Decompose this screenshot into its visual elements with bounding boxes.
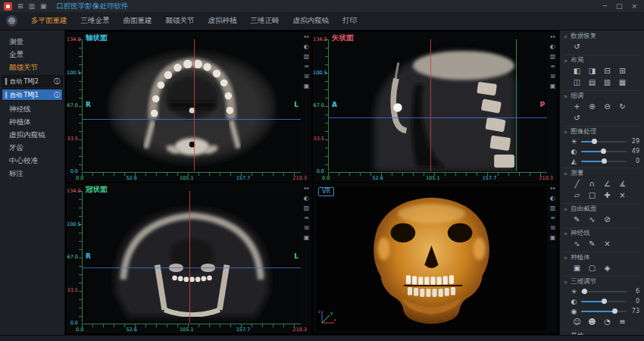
save-icon[interactable]: ▣ bbox=[40, 0, 47, 12]
nerve-delete-icon[interactable]: × bbox=[602, 239, 613, 249]
section-header[interactable]: » 布局 bbox=[564, 56, 641, 65]
preset-list-icon[interactable]: ≡ bbox=[617, 317, 628, 327]
section-header[interactable]: » 测量 bbox=[564, 169, 641, 178]
user-avatar[interactable]: ☻ bbox=[6, 15, 17, 27]
sidebar-item[interactable]: 颞颌关节 bbox=[0, 61, 64, 74]
crosshair-horizontal[interactable] bbox=[82, 119, 301, 120]
angle-measure-icon[interactable]: ∠ bbox=[602, 179, 613, 189]
layers-icon[interactable]: ≡ bbox=[549, 214, 557, 221]
expand-icon[interactable]: ↔ bbox=[549, 185, 557, 192]
3d-contrast-slider[interactable] bbox=[581, 301, 627, 302]
layout-grid-icon[interactable]: ⊞ bbox=[617, 66, 628, 76]
close-button[interactable]: × bbox=[631, 2, 637, 10]
preset-soft-tissue-icon[interactable]: ☺ bbox=[571, 317, 583, 327]
crosshair-coronal[interactable] bbox=[516, 39, 517, 171]
module-tab[interactable]: 三维全景 bbox=[81, 16, 110, 26]
module-tab[interactable]: 三维正畸 bbox=[251, 16, 280, 26]
sidebar-item[interactable]: 神经线 bbox=[0, 102, 64, 115]
module-tab[interactable]: 虚拟种植 bbox=[208, 16, 237, 26]
crosshair-vertical[interactable] bbox=[189, 191, 190, 323]
implant-add-icon[interactable]: ▣ bbox=[571, 263, 583, 273]
curve-section-icon[interactable]: ∿ bbox=[586, 214, 598, 224]
section-header[interactable]: » 其他 bbox=[564, 331, 641, 335]
preset-bone-icon[interactable]: ☻ bbox=[586, 317, 598, 327]
grid-icon[interactable]: ⊞ bbox=[549, 224, 557, 231]
rotate-ccw-icon[interactable]: ↺ bbox=[571, 113, 583, 123]
minimize-button[interactable]: ─ bbox=[603, 2, 607, 10]
3d-brightness-slider[interactable] bbox=[581, 291, 627, 293]
grid-icon[interactable]: ⊞ bbox=[302, 73, 311, 80]
rotate-cw-icon[interactable]: ↻ bbox=[617, 102, 628, 111]
sidebar-item[interactable]: 全景 bbox=[0, 48, 64, 61]
expand-icon[interactable]: ↔ bbox=[302, 185, 311, 192]
histogram-icon[interactable]: ▥ bbox=[549, 205, 557, 211]
layout-split-left-icon[interactable]: ◧ bbox=[571, 66, 583, 76]
info-icon[interactable]: ⓘ bbox=[54, 77, 60, 86]
grid-icon[interactable]: ⊞ bbox=[17, 0, 23, 12]
layout-mosaic-icon[interactable]: ▦ bbox=[617, 77, 628, 87]
layers-icon[interactable]: ≡ bbox=[302, 63, 311, 70]
brightness-slider[interactable] bbox=[581, 141, 627, 142]
sagittal-view[interactable]: 134.0100.567.033.50.0 0.052.6105.1157.72… bbox=[313, 32, 558, 182]
layout-rows-icon[interactable]: ⊟ bbox=[602, 66, 613, 76]
zoom-out-icon[interactable]: ⊖ bbox=[602, 102, 613, 111]
zoom-in-icon[interactable]: ⊕ bbox=[586, 102, 598, 111]
sidebar-item[interactable]: 标注 bbox=[0, 167, 64, 180]
3d-opacity-slider[interactable] bbox=[581, 311, 627, 312]
nerve-draw-icon[interactable]: ∿ bbox=[571, 239, 583, 249]
section-header[interactable]: » 三维调节 bbox=[564, 277, 641, 286]
coronal-view[interactable]: 134.0100.567.033.50.0 0.052.6105.1157.72… bbox=[67, 183, 311, 333]
clear-section-icon[interactable]: ⊘ bbox=[602, 214, 613, 224]
line-measure-icon[interactable]: ╱ bbox=[571, 179, 583, 189]
histogram-icon[interactable]: ▥ bbox=[302, 53, 311, 60]
area-measure-icon[interactable]: ▱ bbox=[571, 190, 583, 200]
crosshair-horizontal[interactable] bbox=[82, 267, 301, 268]
crosshair-vertical[interactable] bbox=[430, 39, 431, 171]
layers-icon[interactable]: ≡ bbox=[549, 63, 557, 70]
restore-icon[interactable]: ↺ bbox=[571, 42, 583, 52]
volume-render-view[interactable]: VR x z y ↔◐▥≡⊞▣ bbox=[313, 183, 558, 333]
grid-icon[interactable]: ⊞ bbox=[549, 73, 557, 80]
angle2-measure-icon[interactable]: ∡ bbox=[617, 179, 628, 189]
section-header[interactable]: » 图像处理 bbox=[564, 127, 641, 136]
capture-icon[interactable]: ▣ bbox=[302, 83, 311, 89]
contrast-icon[interactable]: ◐ bbox=[549, 195, 557, 202]
preset-mip-icon[interactable]: ◔ bbox=[602, 317, 613, 327]
vr-mode-badge[interactable]: VR bbox=[318, 187, 334, 196]
contrast-icon[interactable]: ◐ bbox=[302, 195, 311, 202]
pan-icon[interactable]: + bbox=[571, 102, 583, 111]
module-tab[interactable]: 多平面重建 bbox=[31, 16, 67, 26]
maximize-button[interactable]: □ bbox=[616, 2, 623, 10]
module-tab[interactable]: 颞颌关节 bbox=[166, 16, 195, 26]
sidebar-item[interactable]: 种植体 bbox=[0, 115, 64, 128]
layout-stack-icon[interactable]: ▤ bbox=[586, 77, 598, 87]
sidebar-item[interactable]: 虚拟内窥镜 bbox=[0, 128, 64, 141]
capture-icon[interactable]: ▣ bbox=[549, 83, 557, 89]
capture-icon[interactable]: ▣ bbox=[549, 234, 557, 241]
crosshair-horizontal[interactable] bbox=[328, 117, 547, 118]
chart-icon[interactable]: ▥ bbox=[29, 0, 36, 12]
contrast-slider[interactable] bbox=[581, 151, 627, 152]
histogram-icon[interactable]: ▥ bbox=[302, 205, 311, 211]
sidebar-item[interactable]: 测量 bbox=[0, 35, 64, 48]
module-tab[interactable]: 虚拟内窥镜 bbox=[293, 16, 330, 26]
contrast-icon[interactable]: ◐ bbox=[302, 43, 311, 50]
layout-columns-icon[interactable]: ◫ bbox=[571, 77, 583, 87]
histogram-icon[interactable]: ▥ bbox=[549, 53, 557, 60]
nerve-edit-icon[interactable]: ✎ bbox=[586, 239, 598, 249]
info-icon[interactable]: ⓘ bbox=[54, 91, 60, 99]
axial-view[interactable]: 134.0100.567.033.50.0 0.052.6105.1157.72… bbox=[67, 32, 311, 182]
point-measure-icon[interactable]: ✚ bbox=[602, 190, 613, 200]
expand-icon[interactable]: ↔ bbox=[549, 33, 557, 40]
draw-section-icon[interactable]: ✎ bbox=[571, 214, 583, 224]
crosshair-vertical[interactable] bbox=[194, 39, 195, 171]
implant-edit-icon[interactable]: ▢ bbox=[586, 263, 598, 273]
arc-measure-icon[interactable]: ∩ bbox=[586, 179, 598, 189]
layout-split-right-icon[interactable]: ◨ bbox=[586, 66, 598, 76]
sharpness-slider[interactable] bbox=[581, 161, 627, 162]
tmj-list-item[interactable]: ‖ 自动 TMJ1 ⓘ bbox=[2, 89, 63, 101]
expand-icon[interactable]: ↔ bbox=[302, 33, 311, 40]
sidebar-item[interactable]: 中心校准 bbox=[0, 154, 64, 167]
delete-measure-icon[interactable]: × bbox=[617, 190, 628, 200]
sidebar-item[interactable]: 牙齿 bbox=[0, 141, 64, 154]
